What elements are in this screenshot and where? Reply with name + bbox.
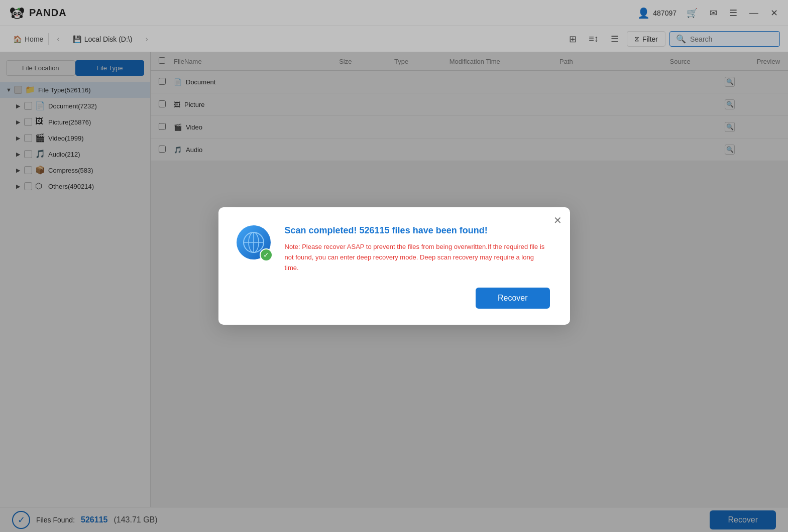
- dialog-title-suffix: files have been found!: [390, 225, 488, 235]
- dialog-body: ✓ Scan completed! 526115 files have been…: [237, 225, 550, 273]
- dialog-note: Note: Please recover ASAP to prevent the…: [285, 242, 550, 273]
- dialog-title-prefix: Scan completed!: [285, 225, 360, 235]
- dialog-footer: Recover: [237, 288, 550, 309]
- scan-complete-dialog: ✕ ✓ Scan completed! 526115 files have be…: [218, 207, 570, 324]
- dialog-file-count: 526115: [360, 225, 390, 235]
- dialog-overlay: ✕ ✓ Scan completed! 526115 files have be…: [0, 0, 788, 532]
- checkmark-icon: ✓: [260, 248, 273, 261]
- dialog-icon: ✓: [237, 225, 273, 261]
- dialog-close-button[interactable]: ✕: [553, 214, 562, 226]
- dialog-content: Scan completed! 526115 files have been f…: [285, 225, 550, 273]
- recover-button-dialog[interactable]: Recover: [476, 288, 550, 309]
- dialog-title: Scan completed! 526115 files have been f…: [285, 225, 550, 236]
